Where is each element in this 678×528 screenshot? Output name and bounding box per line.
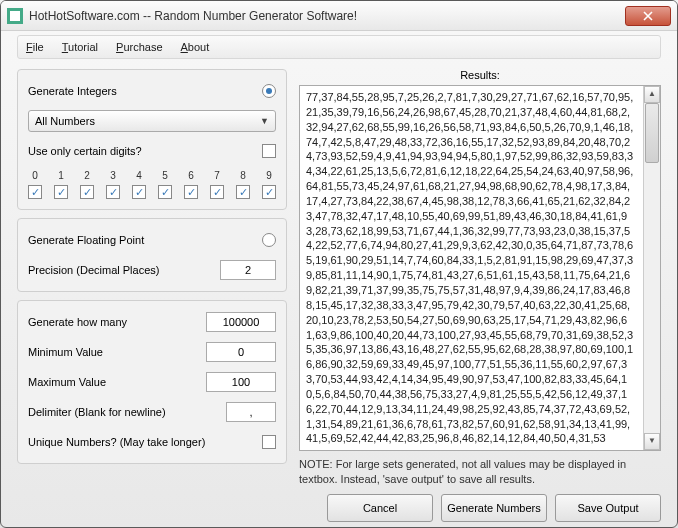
digit-7-checkbox[interactable] [210,185,224,199]
content-area: Generate Integers All Numbers ▼ Use only… [1,59,677,528]
integers-radio[interactable] [262,84,276,98]
precision-input[interactable] [220,260,276,280]
menu-tutorial[interactable]: Tutorial [62,41,98,53]
scroll-track[interactable] [644,103,660,433]
save-button[interactable]: Save Output [555,494,661,522]
number-type-select[interactable]: All Numbers ▼ [28,110,276,132]
delim-label: Delimiter (Blank for newline) [28,406,166,418]
results-label: Results: [299,69,661,81]
digit-label: 0 [32,170,38,181]
floating-radio[interactable] [262,233,276,247]
unique-label: Unique Numbers? (May take longer) [28,436,205,448]
left-column: Generate Integers All Numbers ▼ Use only… [17,69,287,522]
digit-9-checkbox[interactable] [262,185,276,199]
howmany-label: Generate how many [28,316,127,328]
scrollbar[interactable]: ▲ ▼ [643,86,660,450]
delim-input[interactable] [226,402,276,422]
svg-rect-1 [10,11,20,21]
unique-checkbox[interactable] [262,435,276,449]
floating-title: Generate Floating Point [28,234,144,246]
generate-button[interactable]: Generate Numbers [441,494,547,522]
window-title: HotHotSoftware.com -- Random Number Gene… [29,9,625,23]
digit-label: 3 [110,170,116,181]
digit-label: 8 [240,170,246,181]
digit-label: 4 [136,170,142,181]
digit-6-checkbox[interactable] [184,185,198,199]
button-row: Cancel Generate Numbers Save Output [299,494,661,522]
menu-about[interactable]: About [181,41,210,53]
app-window: HotHotSoftware.com -- Random Number Gene… [0,0,678,528]
digit-5-checkbox[interactable] [158,185,172,199]
digits-row: 0 1 2 3 4 5 6 7 8 9 [28,170,276,199]
digit-label: 2 [84,170,90,181]
use-digits-checkbox[interactable] [262,144,276,158]
menu-purchase[interactable]: Purchase [116,41,162,53]
titlebar: HotHotSoftware.com -- Random Number Gene… [1,1,677,31]
digit-2-checkbox[interactable] [80,185,94,199]
right-column: Results: 77,37,84,55,28,95,7,25,26,2,7,8… [299,69,661,522]
digit-label: 5 [162,170,168,181]
scroll-up-icon[interactable]: ▲ [644,86,660,103]
menu-file[interactable]: File [26,41,44,53]
digit-label: 9 [266,170,272,181]
digit-3-checkbox[interactable] [106,185,120,199]
digit-label: 6 [188,170,194,181]
digit-0-checkbox[interactable] [28,185,42,199]
howmany-input[interactable] [206,312,276,332]
close-button[interactable] [625,6,671,26]
max-input[interactable] [206,372,276,392]
max-label: Maximum Value [28,376,106,388]
floating-panel: Generate Floating Point Precision (Decim… [17,218,287,292]
chevron-down-icon: ▼ [260,116,269,126]
close-icon [643,11,653,21]
results-text: 77,37,84,55,28,95,7,25,26,2,7,81,7,30,29… [306,90,654,446]
digit-label: 1 [58,170,64,181]
params-panel: Generate how many Minimum Value Maximum … [17,300,287,464]
scroll-down-icon[interactable]: ▼ [644,433,660,450]
select-value: All Numbers [35,115,95,127]
digit-4-checkbox[interactable] [132,185,146,199]
results-textbox[interactable]: 77,37,84,55,28,95,7,25,26,2,7,81,7,30,29… [299,85,661,451]
digit-1-checkbox[interactable] [54,185,68,199]
menubar: File Tutorial Purchase About [17,35,661,59]
app-icon [7,8,23,24]
min-label: Minimum Value [28,346,103,358]
integers-panel: Generate Integers All Numbers ▼ Use only… [17,69,287,210]
use-digits-label: Use only certain digits? [28,145,142,157]
note-text: NOTE: For large sets generated, not all … [299,457,661,486]
digit-label: 7 [214,170,220,181]
digit-8-checkbox[interactable] [236,185,250,199]
scroll-thumb[interactable] [645,103,659,163]
precision-label: Precision (Decimal Places) [28,264,159,276]
integers-title: Generate Integers [28,85,117,97]
cancel-button[interactable]: Cancel [327,494,433,522]
min-input[interactable] [206,342,276,362]
